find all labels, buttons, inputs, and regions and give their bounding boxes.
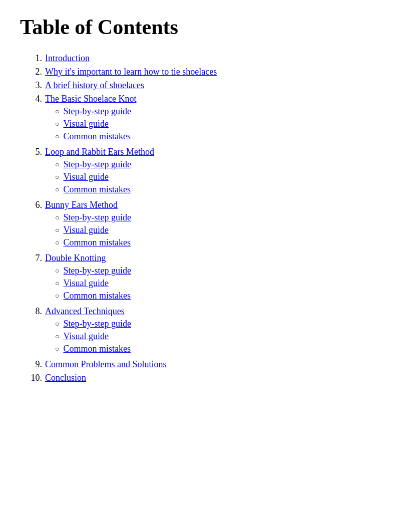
toc-item: 8.Advanced Techniques○Step-by-step guide…: [25, 306, 400, 356]
toc-subitem-link[interactable]: Step-by-step guide: [63, 212, 131, 223]
bullet-icon: ○: [55, 292, 59, 300]
bullet-icon: ○: [55, 280, 59, 288]
toc-item: 6.Bunny Ears Method○Step-by-step guide○V…: [25, 200, 400, 250]
toc-item-link[interactable]: A brief history of shoelaces: [45, 80, 144, 91]
toc-item: 4.The Basic Shoelace Knot○Step-by-step g…: [25, 94, 400, 144]
toc-item-number: 2.: [25, 67, 45, 77]
toc-subitem: ○Step-by-step guide: [55, 266, 131, 276]
toc-subitem-link[interactable]: Visual guide: [63, 278, 108, 289]
bullet-icon: ○: [55, 214, 59, 222]
bullet-icon: ○: [55, 267, 59, 275]
toc-item: 5.Loop and Rabbit Ears Method○Step-by-st…: [25, 147, 400, 197]
page-title: Table of Contents: [20, 15, 400, 39]
toc-subitem: ○Step-by-step guide: [55, 319, 131, 329]
toc-sublist: ○Step-by-step guide○Visual guide○Common …: [45, 266, 131, 303]
bullet-icon: ○: [55, 173, 59, 181]
toc-item-link[interactable]: Advanced Techniques: [45, 306, 131, 317]
bullet-icon: ○: [55, 133, 59, 141]
bullet-icon: ○: [55, 226, 59, 234]
toc-item-link[interactable]: Introduction: [45, 53, 90, 64]
toc-subitem-link[interactable]: Step-by-step guide: [63, 319, 131, 329]
toc-subitem: ○Step-by-step guide: [55, 159, 154, 170]
toc-item: 10.Conclusion: [25, 373, 400, 383]
toc-item-number: 10.: [25, 373, 45, 383]
bullet-icon: ○: [55, 320, 59, 328]
toc-subitem: ○Common mistakes: [55, 131, 136, 142]
toc-sublist: ○Step-by-step guide○Visual guide○Common …: [45, 159, 154, 197]
toc-subitem-link[interactable]: Common mistakes: [63, 131, 131, 142]
toc-subitem-link[interactable]: Common mistakes: [63, 184, 131, 195]
toc-item-number: 7.: [25, 253, 45, 264]
bullet-icon: ○: [55, 333, 59, 341]
toc-sublist: ○Step-by-step guide○Visual guide○Common …: [45, 106, 136, 144]
toc-subitem: ○Common mistakes: [55, 237, 131, 248]
toc-item-link[interactable]: Why it's important to learn how to tie s…: [45, 67, 217, 77]
toc-item-number: 5.: [25, 147, 45, 157]
toc-item-number: 8.: [25, 306, 45, 317]
toc-subitem: ○Step-by-step guide: [55, 106, 136, 117]
toc-subitem: ○Visual guide: [55, 119, 136, 129]
toc-item-number: 6.: [25, 200, 45, 210]
bullet-icon: ○: [55, 108, 59, 116]
toc-subitem-link[interactable]: Common mistakes: [63, 237, 131, 248]
toc-subitem: ○Visual guide: [55, 225, 131, 235]
toc-item: 3.A brief history of shoelaces: [25, 80, 400, 91]
toc-subitem-link[interactable]: Common mistakes: [63, 344, 131, 354]
toc-item-link[interactable]: The Basic Shoelace Knot: [45, 94, 136, 104]
bullet-icon: ○: [55, 120, 59, 128]
bullet-icon: ○: [55, 345, 59, 353]
toc-subitem: ○Step-by-step guide: [55, 212, 131, 223]
toc-item-link[interactable]: Common Problems and Solutions: [45, 359, 167, 370]
toc-subitem-link[interactable]: Step-by-step guide: [63, 106, 131, 117]
toc-item-number: 1.: [25, 53, 45, 64]
toc-subitem: ○Visual guide: [55, 172, 154, 182]
toc-subitem-link[interactable]: Visual guide: [63, 331, 108, 342]
toc-subitem-link[interactable]: Visual guide: [63, 172, 108, 182]
toc-subitem-link[interactable]: Visual guide: [63, 119, 108, 129]
toc-subitem: ○Visual guide: [55, 278, 131, 289]
bullet-icon: ○: [55, 239, 59, 247]
table-of-contents: 1.Introduction2.Why it's important to le…: [20, 53, 400, 383]
toc-subitem-link[interactable]: Common mistakes: [63, 291, 131, 301]
bullet-icon: ○: [55, 161, 59, 169]
toc-sublist: ○Step-by-step guide○Visual guide○Common …: [45, 212, 131, 250]
toc-item-link[interactable]: Double Knotting: [45, 253, 131, 264]
toc-subitem: ○Common mistakes: [55, 344, 131, 354]
toc-subitem-link[interactable]: Step-by-step guide: [63, 159, 131, 170]
toc-subitem: ○Visual guide: [55, 331, 131, 342]
toc-subitem-link[interactable]: Visual guide: [63, 225, 108, 235]
bullet-icon: ○: [55, 186, 59, 194]
toc-item-link[interactable]: Loop and Rabbit Ears Method: [45, 147, 154, 157]
toc-item: 9.Common Problems and Solutions: [25, 359, 400, 370]
toc-subitem: ○Common mistakes: [55, 291, 131, 301]
toc-item: 2.Why it's important to learn how to tie…: [25, 67, 400, 77]
toc-item-link[interactable]: Bunny Ears Method: [45, 200, 131, 210]
toc-subitem-link[interactable]: Step-by-step guide: [63, 266, 131, 276]
toc-item: 7.Double Knotting○Step-by-step guide○Vis…: [25, 253, 400, 303]
toc-item-link[interactable]: Conclusion: [45, 373, 86, 383]
toc-sublist: ○Step-by-step guide○Visual guide○Common …: [45, 319, 131, 356]
toc-item-number: 9.: [25, 359, 45, 370]
toc-item-number: 4.: [25, 94, 45, 104]
toc-item: 1.Introduction: [25, 53, 400, 64]
toc-item-number: 3.: [25, 80, 45, 91]
toc-subitem: ○Common mistakes: [55, 184, 154, 195]
